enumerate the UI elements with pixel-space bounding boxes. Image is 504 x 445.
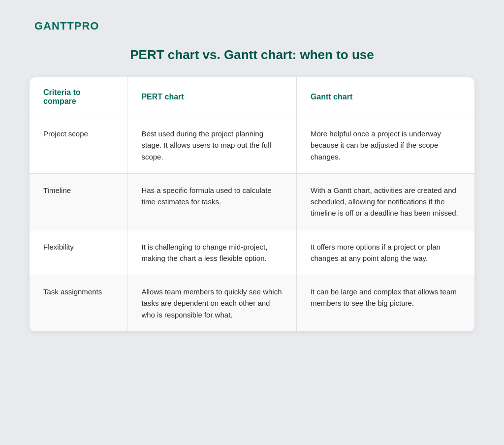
page-title: PERT chart vs. Gantt chart: when to use — [130, 47, 374, 63]
cell-gantt: With a Gantt chart, activities are creat… — [296, 173, 474, 230]
table-header-row: Criteria to compare PERT chart Gantt cha… — [30, 77, 474, 117]
table-row: FlexibilityIt is challenging to change m… — [30, 230, 474, 275]
header-criteria: Criteria to compare — [30, 77, 127, 117]
logo: GANTTPRO — [34, 20, 99, 32]
cell-gantt: It offers more options if a project or p… — [296, 230, 474, 275]
header-gantt: Gantt chart — [296, 77, 474, 117]
table-row: Task assignmentsAllows team members to q… — [30, 275, 474, 331]
cell-gantt: It can be large and complex that allows … — [296, 275, 474, 331]
comparison-table-container: Criteria to compare PERT chart Gantt cha… — [30, 77, 474, 331]
cell-gantt: More helpful once a project is underway … — [296, 117, 474, 174]
cell-criteria: Flexibility — [30, 230, 127, 275]
table-row: Project scopeBest used during the projec… — [30, 117, 474, 174]
cell-criteria: Timeline — [30, 173, 127, 230]
cell-pert: It is challenging to change mid-project,… — [127, 230, 297, 275]
cell-pert: Allows team members to quickly see which… — [127, 275, 297, 331]
table-row: TimelineHas a specific formula used to c… — [30, 173, 474, 230]
cell-criteria: Task assignments — [30, 275, 127, 331]
cell-pert: Best used during the project planning st… — [127, 117, 297, 174]
logo-text: GANTTPRO — [34, 20, 99, 32]
comparison-table: Criteria to compare PERT chart Gantt cha… — [30, 77, 474, 331]
cell-criteria: Project scope — [30, 117, 127, 174]
header-pert: PERT chart — [127, 77, 297, 117]
cell-pert: Has a specific formula used to calculate… — [127, 173, 297, 230]
